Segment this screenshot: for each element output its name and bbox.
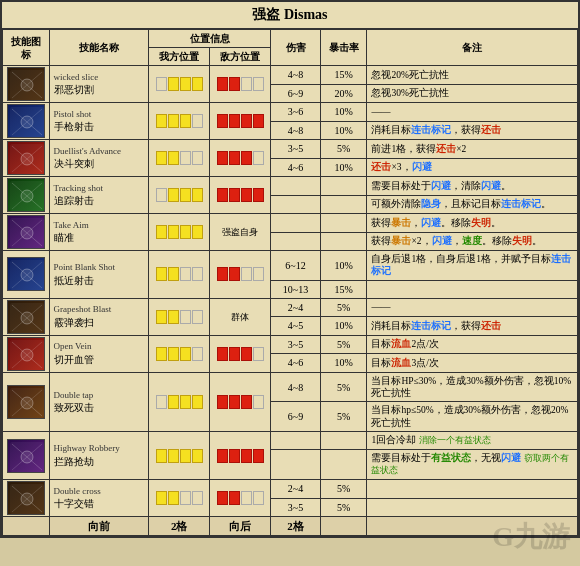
skill-name-cn: 切开血管 xyxy=(54,353,146,366)
damage-cell: 4~6 xyxy=(271,158,321,177)
footer-empty2 xyxy=(367,517,578,536)
skill-name-en: Duellist's Advance xyxy=(54,146,146,158)
damage-cell: 3~5 xyxy=(271,498,321,517)
svg-point-7 xyxy=(21,116,33,128)
footer-row: 向前 2格 向后 2格 xyxy=(3,517,578,536)
crit-cell: 10% xyxy=(320,103,367,122)
damage-cell xyxy=(271,195,321,214)
main-container: 强盗 Dismas 技能图标 技能名称 位置信息 伤害 暴击率 备注 我方位置 … xyxy=(0,0,580,538)
enemy-pos-cell xyxy=(210,432,271,480)
damage-cell: 4~8 xyxy=(271,121,321,140)
svg-point-15 xyxy=(21,190,33,202)
skill-name-cell: Double cross十字交错 xyxy=(49,480,149,517)
skill-name-cell: Double tap致死双击 xyxy=(49,372,149,431)
table-row: Take Aim瞄准强盗自身获得暴击，闪避。移除失明。 xyxy=(3,214,578,233)
col-note: 备注 xyxy=(367,30,578,66)
col-crit: 暴击率 xyxy=(320,30,367,66)
col-position: 位置信息 xyxy=(149,30,271,48)
damage-cell: 10~13 xyxy=(271,280,321,298)
skill-name-en: wicked slice xyxy=(54,72,146,84)
damage-cell: 6~9 xyxy=(271,84,321,103)
damage-cell xyxy=(271,214,321,233)
note-cell: 获得暴击，闪避。移除失明。 xyxy=(367,214,578,233)
skill-name-en: Take Aim xyxy=(54,220,146,232)
damage-cell: 3~5 xyxy=(271,335,321,354)
skill-name-cell: Take Aim瞄准 xyxy=(49,214,149,251)
skill-name-cell: Point Blank Shot抵近射击 xyxy=(49,251,149,299)
crit-cell xyxy=(320,214,367,233)
skill-name-en: Point Blank Shot xyxy=(54,262,146,274)
crit-cell: 5% xyxy=(320,498,367,517)
crit-cell xyxy=(320,232,367,251)
table-row: Highway Robbery拦路抢劫1回合冷却 消除一个有益状态 xyxy=(3,432,578,450)
note-cell: 目标流血2点/次 xyxy=(367,335,578,354)
crit-cell xyxy=(320,195,367,214)
table-row: Point Blank Shot抵近射击6~1210%自身后退1格，自身后退1格… xyxy=(3,251,578,281)
note-cell: 还击×3，闪避 xyxy=(367,158,578,177)
table-row: Grapeshot Blast霰弹袭扫群体2~45%—— xyxy=(3,298,578,317)
footer-empty1 xyxy=(320,517,367,536)
crit-cell xyxy=(320,449,367,479)
skill-name-cn: 决斗突刺 xyxy=(54,157,146,170)
skill-name-cn: 瞄准 xyxy=(54,231,146,244)
note-cell: 目标流血3点/次 xyxy=(367,354,578,373)
skill-name-cn: 拦路抢劫 xyxy=(54,455,146,468)
enemy-pos-cell: 群体 xyxy=(210,298,271,335)
enemy-pos-cell xyxy=(210,335,271,372)
damage-cell xyxy=(271,449,321,479)
note-cell: —— xyxy=(367,298,578,317)
skills-table: 技能图标 技能名称 位置信息 伤害 暴击率 备注 我方位置 敌方位置 wicke… xyxy=(2,29,578,536)
skill-icon-cell xyxy=(3,298,50,335)
my-pos-cell xyxy=(149,480,210,517)
footer-back-val: 2格 xyxy=(271,517,321,536)
my-pos-cell xyxy=(149,66,210,103)
table-row: wicked slice邪恶切割4~815%忽视20%死亡抗性 xyxy=(3,66,578,85)
my-pos-cell xyxy=(149,103,210,140)
skill-icon-cell xyxy=(3,432,50,480)
note-cell xyxy=(367,480,578,499)
damage-cell: 2~4 xyxy=(271,298,321,317)
skill-name-cell: Tracking shot追踪射击 xyxy=(49,177,149,214)
table-row: Tracking shot追踪射击需要目标处于闪避，清除闪避。 xyxy=(3,177,578,196)
my-pos-cell xyxy=(149,372,210,431)
skill-name-cell: wicked slice邪恶切割 xyxy=(49,66,149,103)
note-cell: 当目标HP≤30%，造成30%额外伤害，忽视10%死亡抗性 xyxy=(367,372,578,402)
note-cell: 忽视20%死亡抗性 xyxy=(367,66,578,85)
svg-point-19 xyxy=(21,227,33,239)
enemy-pos-cell xyxy=(210,372,271,431)
skill-name-cn: 抵近射击 xyxy=(54,274,146,287)
table-row: Open Vein切开血管3~55%目标流血2点/次 xyxy=(3,335,578,354)
table-row: Double cross十字交错2~45% xyxy=(3,480,578,499)
table-row: Double tap致死双击4~85%当目标HP≤30%，造成30%额外伤害，忽… xyxy=(3,372,578,402)
skill-name-en: Double cross xyxy=(54,486,146,498)
note-cell: —— xyxy=(367,103,578,122)
damage-cell xyxy=(271,432,321,450)
skill-icon-cell xyxy=(3,480,50,517)
svg-point-27 xyxy=(21,312,33,324)
damage-cell xyxy=(271,177,321,196)
enemy-pos-cell xyxy=(210,251,271,299)
note-cell: 消耗目标连击标记，获得还击 xyxy=(367,317,578,336)
svg-point-23 xyxy=(21,269,33,281)
damage-cell: 6~9 xyxy=(271,402,321,432)
skill-name-cell: Pistol shot手枪射击 xyxy=(49,103,149,140)
note-cell: 当目标hp≤50%，造成30%额外伤害，忽视20%死亡抗性 xyxy=(367,402,578,432)
crit-cell xyxy=(320,177,367,196)
damage-cell: 3~6 xyxy=(271,103,321,122)
skill-icon-cell xyxy=(3,103,50,140)
skill-name-en: Pistol shot xyxy=(54,109,146,121)
footer-fwd-val: 2格 xyxy=(149,517,210,536)
enemy-pos-cell xyxy=(210,177,271,214)
note-cell: 消耗目标连击标记，获得还击 xyxy=(367,121,578,140)
crit-cell xyxy=(320,432,367,450)
enemy-pos-cell xyxy=(210,103,271,140)
footer-backward: 向后 xyxy=(210,517,271,536)
header-row: 技能图标 技能名称 位置信息 伤害 暴击率 备注 xyxy=(3,30,578,48)
damage-cell: 4~5 xyxy=(271,317,321,336)
damage-cell: 4~6 xyxy=(271,354,321,373)
note-cell xyxy=(367,280,578,298)
footer-icon xyxy=(3,517,50,536)
skill-name-cell: Grapeshot Blast霰弹袭扫 xyxy=(49,298,149,335)
skill-name-cell: Duellist's Advance决斗突刺 xyxy=(49,140,149,177)
note-cell xyxy=(367,498,578,517)
